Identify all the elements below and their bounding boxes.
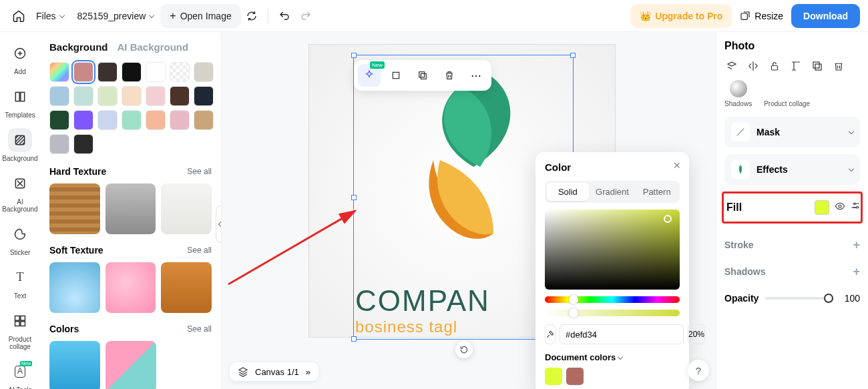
swatch[interactable] xyxy=(170,62,190,82)
resize-button[interactable]: Resize xyxy=(732,4,791,28)
opacity-slider[interactable] xyxy=(765,297,833,300)
duplicate-button[interactable] xyxy=(411,64,434,87)
add-stroke-icon[interactable]: + xyxy=(853,238,860,252)
rail-background[interactable]: Background xyxy=(2,128,37,162)
handle-tl[interactable] xyxy=(351,53,357,58)
swatch[interactable] xyxy=(122,110,142,130)
swatch[interactable] xyxy=(49,62,69,82)
quick-shadows[interactable]: Shadows xyxy=(724,80,752,107)
swatch[interactable] xyxy=(170,86,190,106)
texture-thumb[interactable] xyxy=(105,341,156,389)
alpha-thumb[interactable] xyxy=(569,308,578,318)
swatch[interactable] xyxy=(194,110,214,130)
swatch[interactable] xyxy=(73,110,93,130)
picker-tab-solid[interactable]: Solid xyxy=(547,183,589,201)
saturation-value-area[interactable] xyxy=(545,210,680,290)
picker-tab-gradient[interactable]: Gradient xyxy=(592,183,634,201)
download-button[interactable]: Download xyxy=(791,4,860,28)
rail-templates[interactable]: Templates xyxy=(5,85,35,119)
help-button[interactable]: ? xyxy=(688,360,709,381)
layer-order-icon[interactable] xyxy=(724,59,739,73)
handle-ml[interactable] xyxy=(351,195,357,200)
copy-icon[interactable] xyxy=(810,59,825,73)
swatch[interactable] xyxy=(194,62,214,82)
handle-bl[interactable] xyxy=(351,336,357,342)
see-all-soft[interactable]: See all xyxy=(187,246,212,255)
layers-icon[interactable] xyxy=(238,366,248,377)
see-all-hard[interactable]: See all xyxy=(187,167,212,176)
ai-enhance-button[interactable]: New xyxy=(358,64,381,87)
picker-tab-pattern[interactable]: Pattern xyxy=(636,183,678,201)
swatch[interactable] xyxy=(97,110,118,130)
texture-thumb[interactable] xyxy=(161,183,212,234)
texture-thumb[interactable] xyxy=(161,262,212,313)
expand-icon[interactable]: » xyxy=(306,367,310,377)
canvas-status-bar[interactable]: Canvas 1/1 » xyxy=(230,362,318,381)
lock-icon[interactable] xyxy=(767,59,782,73)
swatch[interactable] xyxy=(146,62,166,82)
shadows-row[interactable]: Shadows+ xyxy=(724,258,860,285)
open-image-button[interactable]: + Open Image xyxy=(160,4,240,28)
flip-icon[interactable] xyxy=(746,59,761,73)
swatch[interactable] xyxy=(97,62,118,82)
hue-thumb[interactable] xyxy=(569,295,578,304)
align-icon[interactable] xyxy=(789,59,803,73)
handle-tr[interactable] xyxy=(570,53,576,58)
doc-color-swatch[interactable] xyxy=(566,368,584,385)
upgrade-button[interactable]: 👑 Upgrade to Pro xyxy=(630,4,732,28)
texture-thumb[interactable] xyxy=(49,262,100,313)
rail-text[interactable]: TText xyxy=(8,266,32,300)
picker-close-icon[interactable]: ✕ xyxy=(673,160,681,171)
files-dropdown[interactable]: Files xyxy=(29,5,71,27)
effects-adjust-icon[interactable] xyxy=(851,200,861,213)
rail-ai-tools[interactable]: ANewAI Tools xyxy=(8,360,32,389)
collapse-panel-handle[interactable] xyxy=(216,206,222,243)
canvas-area[interactable]: COMPAN bosiness tagl New ⋯ Color ✕ Solid xyxy=(222,32,716,389)
opacity-input[interactable]: 20% xyxy=(688,324,705,344)
swatch[interactable] xyxy=(97,86,118,106)
rail-sticker[interactable]: Sticker xyxy=(8,222,32,256)
home-icon[interactable] xyxy=(8,5,29,27)
texture-thumb[interactable] xyxy=(49,341,100,389)
filename-dropdown[interactable]: 825159_preview xyxy=(71,5,161,27)
tab-ai-background[interactable]: AI Background xyxy=(118,41,189,53)
swatch[interactable] xyxy=(146,110,166,130)
swatch[interactable] xyxy=(49,86,69,106)
hex-input[interactable] xyxy=(560,324,684,344)
swatch[interactable] xyxy=(146,86,166,106)
rail-ai-background[interactable]: AI Background xyxy=(0,171,40,213)
hue-slider[interactable] xyxy=(545,296,680,303)
swatch[interactable] xyxy=(122,62,142,82)
swatch[interactable] xyxy=(49,134,69,154)
doc-color-swatch[interactable] xyxy=(545,368,562,385)
more-button[interactable]: ⋯ xyxy=(465,64,487,87)
rail-product-collage[interactable]: Product collage xyxy=(0,309,40,350)
swatch[interactable] xyxy=(194,86,214,106)
swatch[interactable] xyxy=(73,86,93,106)
quick-collage[interactable]: Product collage xyxy=(764,80,810,107)
sv-cursor[interactable] xyxy=(664,215,672,223)
texture-thumb[interactable] xyxy=(105,183,156,234)
see-all-colors[interactable]: See all xyxy=(187,324,212,334)
delete-button[interactable] xyxy=(438,64,461,87)
undo-icon[interactable] xyxy=(274,5,295,27)
fill-swatch[interactable] xyxy=(815,200,829,215)
doc-colors-heading[interactable]: Document colors xyxy=(545,352,680,362)
eyedropper-button[interactable] xyxy=(545,324,556,344)
texture-thumb[interactable] xyxy=(105,262,156,313)
rail-add[interactable]: Add xyxy=(8,41,32,75)
crop-button[interactable] xyxy=(385,64,407,87)
sync-icon[interactable] xyxy=(241,5,262,27)
opacity-knob[interactable] xyxy=(824,294,833,303)
mask-button[interactable]: Mask xyxy=(724,117,860,147)
alpha-slider[interactable] xyxy=(545,310,680,316)
redo-icon[interactable] xyxy=(295,5,316,27)
trash-icon[interactable] xyxy=(831,59,846,73)
tab-background[interactable]: Background xyxy=(49,41,108,53)
texture-thumb[interactable] xyxy=(49,183,100,234)
swatch[interactable] xyxy=(73,62,93,82)
effects-button[interactable]: Effects xyxy=(724,154,860,185)
add-shadow-icon[interactable]: + xyxy=(853,265,860,279)
swatch[interactable] xyxy=(170,110,190,130)
stroke-row[interactable]: Stroke+ xyxy=(724,232,860,258)
